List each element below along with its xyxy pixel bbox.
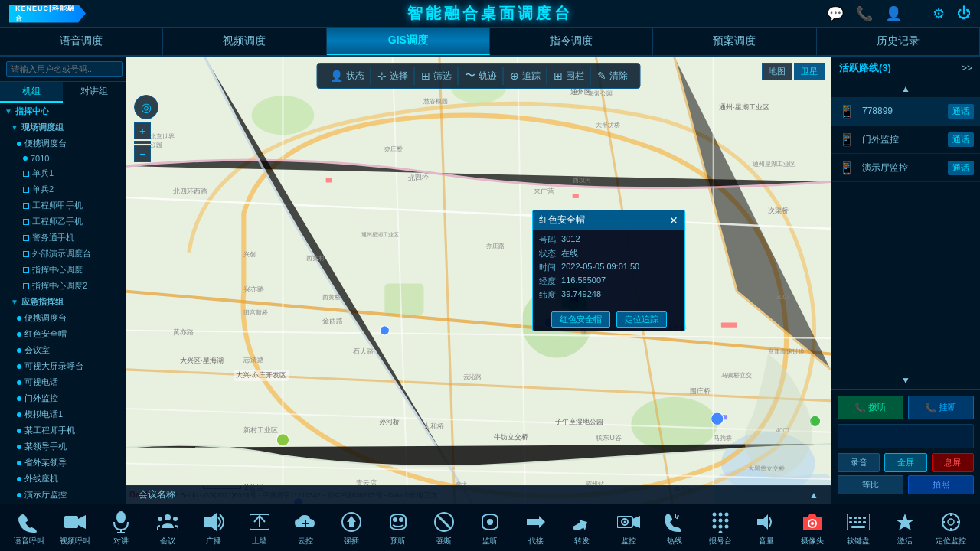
tool-voice-call[interactable]: 语音呼叫 <box>8 508 50 548</box>
svg-rect-93 <box>858 517 861 519</box>
tree-item-landline[interactable]: 外线座机 <box>0 471 126 487</box>
map-area[interactable]: 北四环 北四环西路 黄亦路 来广营 次渠桥 新村工业区 大和桥 石大路 联东U谷… <box>126 57 831 504</box>
tree-item-cmd-dispatch2[interactable]: 指挥中心调度2 <box>0 278 126 294</box>
meeting-title: 会议名称 <box>139 488 175 501</box>
tree-item-analog-phone[interactable]: 模拟电话1 <box>0 406 126 422</box>
tool-transfer[interactable]: 代接 <box>515 508 557 548</box>
tree-item-field-dispatch[interactable]: ▼ 现场调度组 <box>0 119 126 135</box>
tree-item-video-phone[interactable]: 可视电话 <box>0 374 126 390</box>
tool-force-cut[interactable]: 强断 <box>423 508 465 548</box>
tree-item-soldier2[interactable]: 单兵2 <box>0 181 126 197</box>
tree-item-cmd-dispatch1[interactable]: 指挥中心调度 <box>0 262 126 278</box>
tree-item-door-camera[interactable]: 门外监控 <box>0 390 126 406</box>
chase-tool-btn[interactable]: ⊕ 追踪 <box>504 67 547 85</box>
fullscreen-btn[interactable]: 全屏 <box>884 453 926 472</box>
tool-prelisten[interactable]: 预听 <box>377 508 419 548</box>
tab-command[interactable]: 指令调度 <box>490 28 653 55</box>
zoom-in-btn[interactable]: + <box>134 122 151 139</box>
online-dot-2 <box>23 156 28 161</box>
tool-force-insert[interactable]: 强插 <box>331 508 372 548</box>
track-tool-btn[interactable]: 〜 轨迹 <box>459 67 504 85</box>
status-tool-btn[interactable]: 👤 状态 <box>324 67 371 85</box>
tab-plan[interactable]: 预案调度 <box>653 28 816 55</box>
svg-point-86 <box>718 530 722 533</box>
power-icon[interactable]: ⏻ <box>957 5 971 21</box>
tool-hotline[interactable]: 热线 <box>654 508 695 548</box>
tab-gis[interactable]: GIS调度 <box>327 28 490 55</box>
fence-tool-btn[interactable]: ⊞ 围栏 <box>547 67 591 85</box>
tree-item-police-phone[interactable]: 警务通手机 <box>0 230 126 246</box>
collapse-up-arrow[interactable]: ▲ <box>831 80 980 97</box>
phone-header-icon[interactable]: 📞 <box>856 5 873 22</box>
popup-close-btn[interactable]: ✕ <box>669 214 678 227</box>
tree-item-remote-leader[interactable]: 省外某领导 <box>0 455 126 471</box>
fence-icon: ⊞ <box>554 70 563 82</box>
popup-track-btn[interactable]: 定位追踪 <box>616 311 667 328</box>
search-input[interactable] <box>6 61 122 77</box>
tab-talkgroup[interactable]: 对讲组 <box>63 82 126 103</box>
listen-btn[interactable]: 📞 拨听 <box>838 396 903 419</box>
ratio-btn[interactable]: 等比 <box>838 475 903 494</box>
screen-off-btn[interactable]: 息屏 <box>932 453 974 472</box>
tool-wall[interactable]: 上墙 <box>239 508 280 548</box>
tab-group[interactable]: 机组 <box>0 82 63 103</box>
tree-item-engineer-b[interactable]: 工程师乙手机 <box>0 214 126 230</box>
sidebar-tabs: 机组 对讲组 <box>0 82 126 103</box>
record-btn[interactable]: 录音 <box>838 453 880 472</box>
tab-history[interactable]: 历史记录 <box>817 28 980 55</box>
tool-dialpad[interactable]: 报号台 <box>700 508 741 548</box>
tool-video-call[interactable]: 视频呼叫 <box>54 508 96 548</box>
tree-item-engineer-a[interactable]: 工程师甲手机 <box>0 197 126 214</box>
map-view-btn[interactable]: 地图 <box>762 63 792 80</box>
tree-item-large-screen[interactable]: 可视大屏录呼台 <box>0 358 126 374</box>
compass[interactable]: ◎ <box>134 95 158 119</box>
tool-monitor[interactable]: 监听 <box>469 508 511 548</box>
line-item-door-cam[interactable]: 📱 门外监控 通话 <box>831 126 980 154</box>
tool-cctv[interactable]: 监控 <box>608 508 649 548</box>
tab-video[interactable]: 视频调度 <box>163 28 326 55</box>
message-icon[interactable]: 💬 <box>827 5 844 22</box>
tool-cloud[interactable]: 云控 <box>285 508 326 548</box>
popup-footer: 红色安全帽 定位追踪 <box>533 308 684 331</box>
satellite-view-btn[interactable]: 卫星 <box>794 63 825 80</box>
tool-activate[interactable]: 激活 <box>884 508 926 548</box>
settings-icon[interactable]: ⚙ <box>933 5 945 22</box>
tree-item-command-center[interactable]: ▼ 指挥中心 <box>0 103 126 119</box>
tree-item-red-helmet[interactable]: 红色安全帽 <box>0 326 126 342</box>
photo-btn[interactable]: 拍照 <box>908 475 974 494</box>
select-tool-btn[interactable]: ⊹ 选择 <box>371 67 415 85</box>
zoom-out-btn[interactable]: − <box>134 145 151 162</box>
online-dot-7 <box>17 380 21 385</box>
tool-forward[interactable]: 转发 <box>561 508 603 548</box>
tree-item-leader-phone[interactable]: 某领导手机 <box>0 439 126 455</box>
tool-locate-monitor[interactable]: 定位监控 <box>930 508 972 548</box>
clear-tool-btn[interactable]: ✎ 清除 <box>591 67 634 85</box>
collapse-down-arrow[interactable]: ▼ <box>831 372 980 389</box>
tab-voice[interactable]: 语音调度 <box>0 28 163 55</box>
tree-item-portable-dispatch[interactable]: 便携调度台 <box>0 135 126 152</box>
tree-item-external-dispatch[interactable]: 外部演示调度台 <box>0 246 126 262</box>
tree-item-soldier1[interactable]: 单兵1 <box>0 165 126 181</box>
tree-item-portable-dispatch2[interactable]: 便携调度台 <box>0 310 126 326</box>
tree-item-engineer-phone[interactable]: 某工程师手机 <box>0 422 126 439</box>
tree-item-demo-monitor[interactable]: 演示厅监控 <box>0 487 126 503</box>
tree-item-emergency-group[interactable]: ▼ 应急指挥组 <box>0 294 126 310</box>
tool-volume[interactable]: 音量 <box>746 508 787 548</box>
filter-tool-btn[interactable]: ⊞ 筛选 <box>415 67 459 85</box>
transfer-icon <box>524 510 548 534</box>
user-icon[interactable]: 👤 <box>885 5 902 22</box>
meeting-expand-btn[interactable]: ▲ <box>809 490 818 500</box>
tool-intercom[interactable]: 对讲 <box>100 508 142 548</box>
tree-item-7010[interactable]: 7010 <box>0 152 126 165</box>
tool-broadcast[interactable]: 广播 <box>193 508 234 548</box>
hangup-btn[interactable]: 📞 挂断 <box>908 396 974 419</box>
tool-meeting[interactable]: 会议 <box>147 508 188 548</box>
tool-camera[interactable]: 摄像头 <box>792 508 833 548</box>
line-item-778899[interactable]: 📱 778899 通话 <box>831 97 980 126</box>
line-item-demo-monitor[interactable]: 📱 演示厅监控 通话 <box>831 154 980 182</box>
popup-name-btn[interactable]: 红色安全帽 <box>551 311 610 328</box>
svg-point-67 <box>393 517 397 522</box>
tree-item-meeting-room[interactable]: 会议室 <box>0 342 126 358</box>
expand-btn[interactable]: >> <box>962 63 972 73</box>
tool-keyboard[interactable]: 软键盘 <box>838 508 879 548</box>
